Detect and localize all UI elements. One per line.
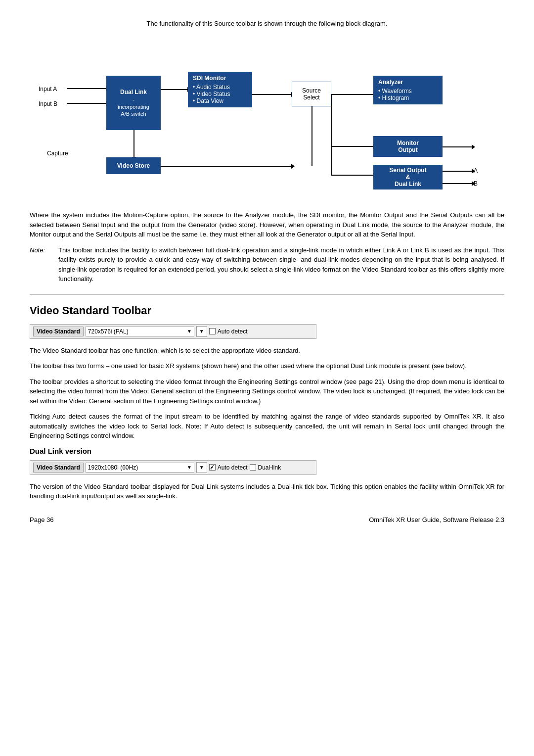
note-content: This toolbar includes the facility to sw… xyxy=(58,245,504,284)
video-store-box: Video Store xyxy=(106,157,161,174)
serial-output-line2: & xyxy=(406,174,410,181)
dual-link-label: Dual-link xyxy=(258,464,281,471)
capture-label: Capture xyxy=(47,150,68,157)
video-standard-toolbar-dual[interactable]: Video Standard 1920x1080i (60Hz) ▼ ▼ ✓ A… xyxy=(30,460,316,475)
arrow-serial-a xyxy=(443,171,472,172)
arrow-dual-to-sdi xyxy=(161,89,188,90)
dual-link-box: Dual Link -incorporatingA/B switch xyxy=(106,76,161,130)
sdi-monitor-list: Audio Status Video Status Data View xyxy=(193,84,247,104)
serial-output-line1: Serial Output xyxy=(389,167,426,174)
monitor-output-box: Monitor Output xyxy=(373,136,443,157)
arrow-input-a xyxy=(67,88,106,89)
toolbar-label-btn-dual[interactable]: Video Standard xyxy=(33,463,84,472)
auto-detect-area-basic: Auto detect xyxy=(209,328,248,335)
dual-link-title: Dual Link xyxy=(120,89,147,96)
vs-body1: The Video Standard toolbar has one funct… xyxy=(30,346,504,356)
toolbar-dropdown-basic[interactable]: 720x576i (PAL) ▼ xyxy=(86,327,194,336)
analyzer-list: Waveforms Histogram xyxy=(378,88,438,101)
block-diagram: Input A Input B Capture Dual Link -incor… xyxy=(30,42,504,195)
sdi-item-data: Data View xyxy=(193,97,247,104)
analyzer-title: Analyzer xyxy=(378,79,438,86)
arrow-videostore-to-source xyxy=(161,166,292,167)
auto-detect-area-dual: ✓ Auto detect xyxy=(209,464,248,471)
intro-paragraph: The functionality of this Source toolbar… xyxy=(30,20,504,27)
dropdown-arrow-dual: ▼ xyxy=(187,465,192,470)
arrow-source-to-analyzer xyxy=(331,94,373,95)
analyzer-box: Analyzer Waveforms Histogram xyxy=(373,76,443,104)
page-number: Page 36 xyxy=(30,516,53,523)
monitor-output-line2: Output xyxy=(398,146,417,153)
source-select-line1: Source xyxy=(302,87,321,94)
arrow-sdi-to-source xyxy=(252,94,292,95)
auto-detect-checkbox-dual[interactable]: ✓ xyxy=(209,464,216,471)
footer-title: OmniTek XR User Guide, Software Release … xyxy=(369,516,504,523)
dual-link-version-heading: Dual Link version xyxy=(30,447,504,455)
auto-detect-label-dual: Auto detect xyxy=(218,464,248,471)
dual-link-body: The version of the Video Standard toolba… xyxy=(30,482,504,501)
vs-body4: Ticking Auto detect causes the format of… xyxy=(30,412,504,441)
input-a-label: Input A xyxy=(39,86,57,93)
sdi-monitor-box: SDI Monitor Audio Status Video Status Da… xyxy=(188,72,252,107)
auto-detect-checkbox-basic[interactable] xyxy=(209,328,216,334)
toolbar-select-arrow-dual[interactable]: ▼ xyxy=(196,462,207,473)
output-a-label: A xyxy=(474,167,478,174)
input-b-label: Input B xyxy=(39,100,57,107)
arrow-source-to-serial xyxy=(331,175,373,176)
arrow-source-vertical xyxy=(312,106,312,166)
note-label: Note: xyxy=(30,245,53,284)
sdi-item-audio: Audio Status xyxy=(193,84,247,91)
toolbar-dropdown-dual[interactable]: 1920x1080i (60Hz) ▼ xyxy=(86,463,194,472)
arrow-source-to-monitor xyxy=(331,146,373,147)
toolbar-select-arrow-basic[interactable]: ▼ xyxy=(196,326,207,337)
vs-body3: The toolbar provides a shortcut to selec… xyxy=(30,377,504,406)
source-select-line2: Select xyxy=(303,94,319,101)
arrow-monitor-out xyxy=(443,146,472,147)
video-standard-heading: Video Standard Toolbar xyxy=(30,304,504,317)
analyzer-histogram: Histogram xyxy=(378,94,438,101)
sdi-monitor-title: SDI Monitor xyxy=(193,75,247,82)
monitor-output-line1: Monitor xyxy=(397,140,419,146)
toolbar-value-dual: 1920x1080i (60Hz) xyxy=(88,464,138,471)
dropdown-arrow-basic: ▼ xyxy=(187,329,192,334)
section-divider xyxy=(30,294,504,294)
dual-link-subtitle: -incorporatingA/B switch xyxy=(118,96,149,117)
body-paragraph1: Where the system includes the Motion-Cap… xyxy=(30,210,504,239)
video-store-label: Video Store xyxy=(117,162,150,169)
page-footer: Page 36 OmniTek XR User Guide, Software … xyxy=(30,516,504,523)
output-b-label: B xyxy=(474,180,478,187)
vs-body2: The toolbar has two forms – one used for… xyxy=(30,361,504,371)
toolbar-value-basic: 720x576i (PAL) xyxy=(88,328,129,335)
serial-output-box: Serial Output & Dual Link xyxy=(373,165,443,189)
source-vertical-connector xyxy=(331,94,332,175)
dual-link-area: Dual-link xyxy=(250,464,281,471)
dual-link-checkbox[interactable] xyxy=(250,464,256,471)
sdi-item-video: Video Status xyxy=(193,91,247,97)
note-block: Note: This toolbar includes the facility… xyxy=(30,245,504,284)
auto-detect-label-basic: Auto detect xyxy=(218,328,248,335)
video-standard-toolbar-basic[interactable]: Video Standard 720x576i (PAL) ▼ ▼ Auto d… xyxy=(30,324,316,339)
source-select-box: Source Select xyxy=(292,82,331,106)
arrow-dual-down xyxy=(134,130,134,157)
serial-output-line3: Dual Link xyxy=(395,181,421,188)
toolbar-label-btn-basic[interactable]: Video Standard xyxy=(33,327,84,336)
analyzer-waveforms: Waveforms xyxy=(378,88,438,94)
arrow-input-b xyxy=(67,103,106,104)
arrow-serial-b xyxy=(443,183,472,184)
